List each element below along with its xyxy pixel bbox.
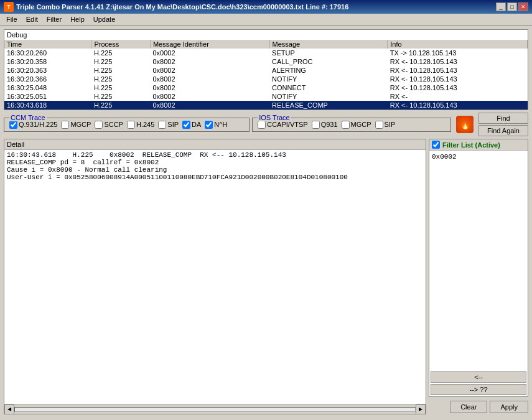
table-cell-info: RX <- 10.128.105.143: [388, 57, 528, 66]
table-cell-message: NOTIFY: [269, 75, 388, 83]
filter-right-button[interactable]: --> ??: [431, 384, 526, 395]
table-cell-msgId: 0x8002: [150, 66, 269, 75]
table-cell-message: ALERTING: [269, 66, 388, 75]
table-cell-msgId: 0x8002: [150, 101, 269, 110]
filter-box: Filter List (Active) 0x0002 <-- --> ??: [429, 139, 528, 397]
table-cell-time: 16:30:20.366: [4, 75, 91, 83]
table-cell-info: RX <- 10.128.105.143: [388, 101, 528, 110]
ccm-trace-box: CCM Trace Q.931/H.225 MGCP SCCP H.245: [4, 118, 250, 132]
col-info: Info: [388, 40, 528, 49]
filter-buttons: <-- --> ??: [429, 370, 528, 396]
col-message: Message: [269, 40, 388, 49]
ios-trace-label: IOS Trace: [258, 114, 291, 121]
ccm-da-label: DA: [192, 121, 201, 128]
table-cell-msgId: 0x8002: [150, 57, 269, 66]
ccm-mgcp-checkbox[interactable]: [61, 121, 69, 129]
menu-update[interactable]: Update: [90, 15, 119, 24]
clear-button[interactable]: Clear: [450, 401, 487, 413]
scroll-left-arrow[interactable]: ◀: [4, 404, 14, 414]
table-cell-time: 16:30:25.048: [4, 83, 91, 92]
ios-q931-label: Q931: [321, 121, 338, 128]
detail-text[interactable]: 16:30:43.618 H.225 0x8002 RELEASE_COMP R…: [4, 150, 426, 404]
app-icon: T: [4, 2, 14, 12]
table-cell-message: RELEASE_COMP: [269, 101, 388, 110]
scroll-right-arrow[interactable]: ▶: [416, 404, 426, 414]
table-cell-process: H.225: [91, 57, 150, 66]
ios-q931-item: Q931: [312, 121, 338, 129]
filter-active-checkbox[interactable]: [432, 141, 440, 149]
ios-mgcp-label: MGCP: [351, 121, 371, 128]
ios-sip-checkbox[interactable]: [375, 121, 383, 129]
ccm-trace-label: CCM Trace: [9, 114, 47, 121]
table-cell-msgId: 0x0002: [150, 49, 269, 57]
ios-sip-label: SIP: [385, 121, 396, 128]
table-cell-info: RX <- 10.128.105.143: [388, 75, 528, 83]
debug-section: Debug Time Process Message Identifier Me…: [4, 29, 528, 110]
table-container[interactable]: Time Process Message Identifier Message …: [4, 40, 528, 110]
table-cell-process: H.225: [91, 83, 150, 92]
ccm-q931-checkbox[interactable]: [9, 121, 17, 129]
menu-file[interactable]: File: [2, 15, 21, 24]
table-row[interactable]: 16:30:20.363H.2250x8002ALERTINGRX <- 10.…: [4, 66, 528, 75]
ios-ccapi-label: CCAPI/VTSP: [267, 121, 307, 128]
ccm-sccp-checkbox[interactable]: [95, 121, 103, 129]
find-again-button[interactable]: Find Again: [478, 125, 528, 136]
window-title: Triple Combo Parser 4.1.41 Z:\jtesar On …: [16, 3, 348, 11]
table-cell-msgId: 0x8002: [150, 75, 269, 83]
table-row[interactable]: 16:30:20.358H.2250x8002CALL_PROCRX <- 10…: [4, 57, 528, 66]
apply-button[interactable]: Apply: [490, 401, 528, 413]
filter-list-content: 0x0002: [429, 151, 528, 370]
ccm-h245-checkbox[interactable]: [127, 121, 135, 129]
ios-checkboxes: CCAPI/VTSP Q931 MGCP SIP: [258, 121, 446, 129]
find-button[interactable]: Find: [478, 113, 528, 124]
ios-ccapi-checkbox[interactable]: [258, 121, 266, 129]
menu-filter[interactable]: Filter: [43, 15, 65, 24]
col-time: Time: [4, 40, 91, 49]
table-cell-process: H.225: [91, 101, 150, 110]
bottom-buttons: Clear Apply: [429, 399, 528, 414]
ios-mgcp-item: MGCP: [342, 121, 371, 129]
ios-flame-icon: 🔥: [456, 116, 474, 133]
horizontal-scrollbar[interactable]: ◀ ▶: [4, 404, 426, 414]
ccm-sccp-label: SCCP: [104, 121, 123, 128]
close-button[interactable]: ✕: [518, 2, 528, 11]
minimize-button[interactable]: _: [496, 2, 506, 11]
ccm-da-checkbox[interactable]: [182, 121, 190, 129]
filter-left-button[interactable]: <--: [431, 371, 526, 383]
filter-item: 0x0002: [432, 153, 525, 161]
col-msgid: Message Identifier: [150, 40, 269, 49]
ios-ccapi-item: CCAPI/VTSP: [258, 121, 307, 129]
menu-edit[interactable]: Edit: [22, 15, 42, 24]
ios-mgcp-checkbox[interactable]: [342, 121, 350, 129]
ccm-sip-checkbox[interactable]: [158, 121, 166, 129]
table-row[interactable]: 16:30:25.048H.2250x8002CONNECTRX <- 10.1…: [4, 83, 528, 92]
menu-bar: File Edit Filter Help Update: [0, 14, 532, 26]
table-row[interactable]: 16:30:25.051H.2250x8002NOTIFYRX <-: [4, 92, 528, 101]
table-cell-time: 16:30:43.618: [4, 101, 91, 110]
table-cell-time: 16:30:25.051: [4, 92, 91, 101]
ios-trace-box: IOS Trace CCAPI/VTSP Q931 MGCP SIP: [252, 118, 451, 132]
table-cell-time: 16:30:20.358: [4, 57, 91, 66]
window-content: Debug Time Process Message Identifier Me…: [0, 26, 532, 418]
table-cell-time: 16:30:20.363: [4, 66, 91, 75]
debug-table: Time Process Message Identifier Message …: [4, 40, 528, 110]
ccm-checkboxes: Q.931/H.225 MGCP SCCP H.245 SIP: [9, 121, 244, 129]
menu-help[interactable]: Help: [67, 15, 88, 24]
table-row[interactable]: 16:30:20.366H.2250x8002NOTIFYRX <- 10.12…: [4, 75, 528, 83]
table-row[interactable]: 16:30:20.260H.2250x0002SETUPTX -> 10.128…: [4, 49, 528, 57]
col-process: Process: [91, 40, 150, 49]
detail-section: Detail 16:30:43.618 H.225 0x8002 RELEASE…: [4, 139, 528, 414]
ccm-nh-item: N^H: [205, 121, 227, 129]
table-cell-message: CALL_PROC: [269, 57, 388, 66]
ccm-da-item: DA: [182, 121, 201, 129]
table-row[interactable]: 16:30:43.618H.2250x8002RELEASE_COMPRX <-…: [4, 101, 528, 110]
ccm-sccp-item: SCCP: [95, 121, 123, 129]
ccm-nh-label: N^H: [214, 121, 227, 128]
ios-q931-checkbox[interactable]: [312, 121, 320, 129]
scroll-track[interactable]: [14, 407, 416, 412]
detail-panel: Detail 16:30:43.618 H.225 0x8002 RELEASE…: [4, 139, 426, 414]
maximize-button[interactable]: □: [507, 2, 517, 11]
find-buttons: Find Find Again: [478, 113, 528, 136]
ccm-nh-checkbox[interactable]: [205, 121, 213, 129]
table-cell-message: CONNECT: [269, 83, 388, 92]
